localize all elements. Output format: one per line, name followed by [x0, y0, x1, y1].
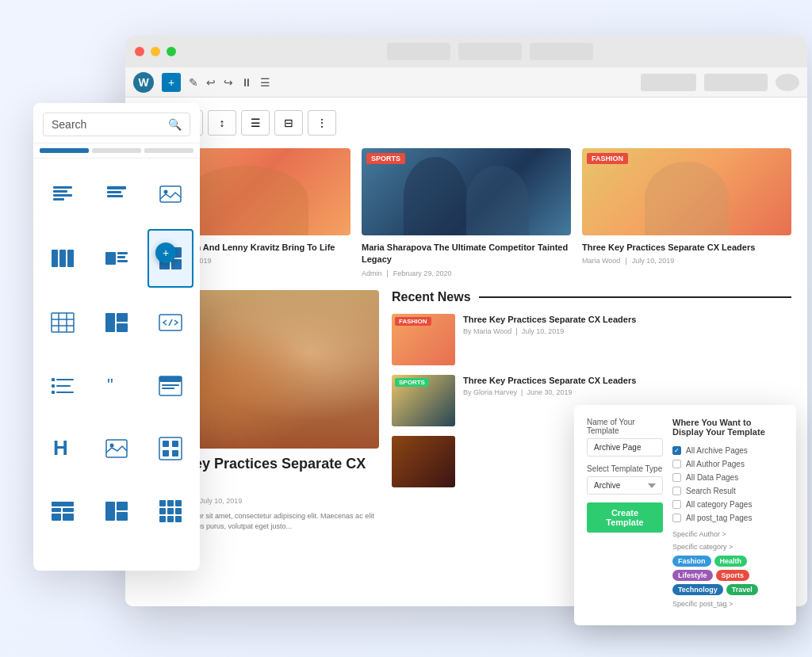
author-2: Admin — [362, 269, 382, 277]
date-2: February 29, 2020 — [393, 269, 452, 277]
block-embed[interactable] — [147, 296, 193, 350]
specific-category-label[interactable]: Specific category > — [672, 543, 783, 551]
author-3: Maria Wood — [582, 257, 620, 265]
category-tag-chips: Fashion Health Lifestyle Sports Technolo… — [672, 556, 783, 595]
article-card-3: FASHION Three Key Practices Separate CX … — [582, 148, 791, 277]
news-thumb-3 — [392, 436, 455, 487]
specific-post-tag-label[interactable]: Specific post_tag > — [672, 600, 783, 608]
article-image-sports: SPORTS — [362, 148, 571, 235]
block-list[interactable] — [40, 358, 86, 413]
svg-rect-59 — [175, 500, 182, 506]
svg-rect-54 — [105, 502, 115, 521]
chip-fashion[interactable]: Fashion — [672, 556, 711, 567]
tab-blocks[interactable] — [40, 148, 89, 153]
sidebar-search-area: Search 🔍 — [33, 103, 200, 143]
create-template-button[interactable]: Create Template — [587, 502, 663, 533]
big-date: July 10, 2019 — [200, 497, 243, 505]
svg-rect-61 — [167, 508, 174, 514]
svg-rect-5 — [107, 191, 121, 193]
date-3: July 10, 2019 — [632, 257, 675, 265]
block-paragraph[interactable] — [40, 166, 86, 221]
chip-technology[interactable]: Technology — [672, 584, 723, 595]
checkbox-search-result[interactable] — [672, 487, 681, 495]
search-box[interactable]: Search 🔍 — [43, 113, 190, 136]
template-form: Name of Your Template Select Template Ty… — [587, 418, 663, 613]
svg-rect-12 — [105, 252, 116, 265]
specific-author-label[interactable]: Specific Author > — [672, 530, 783, 538]
svg-rect-64 — [167, 516, 174, 522]
chip-sports[interactable]: Sports — [716, 570, 750, 581]
blocks-grid: " H — [33, 159, 200, 547]
recent-news-title: Recent News — [392, 290, 471, 304]
preview-btn[interactable] — [641, 74, 696, 91]
block-grid[interactable] — [147, 484, 193, 539]
block-table[interactable] — [40, 296, 86, 350]
specific-labels: Specific Author > Specific category > Fa… — [672, 530, 783, 608]
block-gallery[interactable] — [94, 296, 140, 350]
template-name-input[interactable] — [587, 438, 663, 456]
checkbox-row-3: All Data Pages — [672, 473, 783, 482]
checkbox-all-post-tag[interactable] — [672, 514, 681, 522]
list-view-icon[interactable]: ☰ — [260, 76, 270, 89]
date-sep-2: | — [387, 269, 389, 277]
svg-rect-62 — [175, 508, 182, 514]
block-quote[interactable]: " — [94, 358, 140, 413]
news-badge-1: FASHION — [395, 317, 431, 326]
svg-rect-3 — [53, 198, 64, 201]
svg-rect-51 — [63, 508, 74, 512]
block-media2[interactable] — [94, 484, 140, 539]
blocks-sidebar: Search 🔍 — [33, 103, 200, 571]
block-image[interactable] — [147, 166, 193, 221]
checkbox-all-data[interactable] — [672, 473, 681, 482]
block-table2[interactable] — [40, 484, 86, 539]
publish-btn[interactable] — [704, 74, 768, 91]
traffic-light-close[interactable] — [135, 47, 144, 56]
svg-rect-34 — [52, 391, 55, 394]
template-type-select[interactable]: Archive — [587, 476, 663, 495]
drag-indicator: + — [155, 243, 176, 263]
template-name-label: Name of Your Template — [587, 418, 663, 435]
checkbox-all-author[interactable] — [672, 460, 681, 468]
chip-travel[interactable]: Travel — [726, 584, 758, 595]
undo-icon[interactable]: ↩ — [206, 76, 216, 89]
list-view-btn[interactable]: ☰ — [241, 110, 270, 136]
block-media-text[interactable] — [94, 229, 140, 287]
svg-rect-57 — [159, 500, 166, 506]
more-btn[interactable]: ⋮ — [308, 110, 336, 136]
svg-rect-58 — [167, 500, 174, 506]
news-item-title-2: Three Key Practices Separate CX Leaders — [463, 375, 791, 386]
info-icon[interactable]: ⏸ — [241, 76, 252, 89]
chip-lifestyle[interactable]: Lifestyle — [672, 570, 713, 581]
traffic-light-maximize[interactable] — [167, 47, 176, 56]
display-checkboxes: ✓ All Archive Pages All Author Pages All… — [672, 446, 783, 522]
edit-icon[interactable]: ✎ — [189, 76, 198, 89]
block-heading-h[interactable]: H — [40, 421, 86, 476]
template-display-options: Where You Want to Display Your Template … — [672, 418, 783, 613]
up-down-btn[interactable]: ↕ — [208, 110, 236, 136]
article-image-fashion: FASHION — [582, 148, 791, 235]
svg-rect-19 — [171, 259, 182, 269]
block-shortcode[interactable] — [147, 358, 193, 413]
tab-patterns[interactable] — [92, 148, 141, 153]
redo-icon[interactable]: ↪ — [224, 76, 233, 89]
block-heading[interactable] — [94, 166, 140, 221]
checkbox-label-1: All Archive Pages — [686, 446, 748, 455]
tab-reusable[interactable] — [144, 148, 193, 153]
chip-health[interactable]: Health — [714, 556, 748, 567]
block-group[interactable] — [147, 421, 193, 476]
svg-rect-4 — [107, 186, 126, 189]
svg-rect-38 — [159, 376, 182, 382]
template-type-label: Select Template Type — [587, 464, 663, 473]
checkbox-all-category[interactable] — [672, 500, 681, 509]
block-columns[interactable] — [40, 229, 86, 287]
news-badge-2: SPORTS — [395, 378, 429, 387]
side-view-btn[interactable]: ⊟ — [274, 110, 303, 136]
checkbox-all-archive[interactable]: ✓ — [672, 446, 681, 455]
traffic-light-minimize[interactable] — [151, 47, 160, 56]
block-image2[interactable] — [94, 421, 140, 476]
svg-rect-10 — [59, 250, 66, 267]
svg-point-8 — [164, 189, 168, 193]
svg-rect-11 — [67, 250, 74, 267]
svg-rect-1 — [53, 190, 67, 193]
add-block-btn[interactable]: + — [162, 73, 181, 92]
